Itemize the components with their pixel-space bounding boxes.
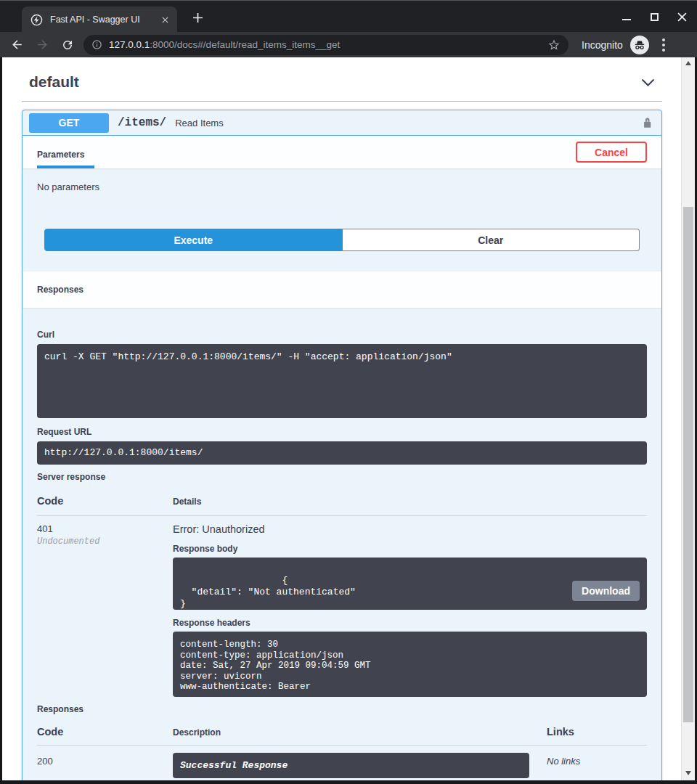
response-headers-label: Response headers: [173, 618, 647, 628]
url-path: :8000/docs#/default/read_items_items__ge…: [150, 39, 340, 50]
execute-button[interactable]: Execute: [44, 229, 343, 251]
code-column-header: Code: [37, 495, 173, 507]
incognito-label: Incognito: [582, 39, 623, 51]
code-column-header-2: Code: [37, 726, 173, 738]
close-window-icon[interactable]: [677, 12, 687, 22]
scrollbar-thumb[interactable]: [683, 207, 693, 722]
url-host: 127.0.0.1: [109, 39, 150, 50]
page-viewport: default GET /items/ Read Items: [2, 57, 695, 780]
response-headers-code: content-length: 30 content-type: applica…: [173, 632, 647, 697]
curl-command[interactable]: curl -X GET "http://127.0.0.1:8000/items…: [37, 344, 647, 418]
parameters-header: Parameters Cancel: [23, 136, 661, 168]
browser-tab[interactable]: Fast API - Swagger UI: [22, 7, 177, 33]
responses-section-header: Responses: [23, 271, 661, 308]
server-response-table-head: Code Details: [37, 495, 647, 507]
swagger-page: default GET /items/ Read Items: [2, 57, 681, 780]
back-icon[interactable]: [7, 36, 26, 54]
opblock-header[interactable]: GET /items/ Read Items: [23, 110, 661, 136]
minimize-icon[interactable]: [621, 12, 632, 22]
auth-lock-icon[interactable]: [639, 114, 655, 131]
maximize-icon[interactable]: [649, 12, 659, 22]
tab-parameters[interactable]: Parameters: [37, 150, 94, 168]
divider: [37, 745, 647, 746]
download-button[interactable]: Download: [572, 581, 640, 601]
browser-toolbar: 127.0.0.1:8000/docs#/default/read_items_…: [0, 32, 697, 57]
endpoint-path: /items/: [118, 116, 166, 129]
divider: [37, 515, 647, 516]
tab-title: Fast API - Swagger UI: [50, 15, 158, 25]
undocumented-note: Undocumented: [37, 536, 173, 547]
request-url-value: http://127.0.0.1:8000/items/: [37, 441, 647, 465]
reload-icon[interactable]: [58, 36, 77, 54]
tab-close-icon[interactable]: [158, 13, 171, 26]
responses-body: Curl curl -X GET "http://127.0.0.1:8000/…: [23, 308, 661, 780]
server-response-label: Server response: [37, 472, 647, 482]
response-body-label: Response body: [173, 544, 647, 554]
window-controls: [621, 8, 687, 25]
clear-button[interactable]: Clear: [343, 229, 640, 251]
server-response-row: 401 Undocumented Error: Unauthorized Res…: [37, 523, 647, 697]
response-body-code: { "detail": "Not authenticated" } Downlo…: [173, 558, 647, 610]
http-method-badge: GET: [29, 113, 109, 133]
browser-menu-icon[interactable]: [659, 36, 668, 54]
default-section-header[interactable]: default: [22, 68, 662, 102]
parameters-body: No parameters Execute Clear: [23, 168, 661, 271]
description-column-header: Description: [173, 726, 547, 738]
browser-window: Fast API - Swagger UI 127.0.0: [0, 0, 697, 784]
request-url-label: Request URL: [37, 427, 647, 437]
chevron-down-icon[interactable]: [641, 78, 655, 86]
no-links-text: No links: [547, 753, 580, 778]
status-code-401: 401: [37, 523, 173, 534]
tab-strip: Fast API - Swagger UI: [0, 0, 697, 32]
bookmark-star-icon[interactable]: [547, 38, 561, 52]
curl-label: Curl: [37, 330, 647, 340]
execute-button-group: Execute Clear: [44, 229, 640, 251]
endpoint-summary: Read Items: [175, 118, 639, 128]
opblock-get-items: GET /items/ Read Items Parameters: [22, 110, 662, 780]
responses-table-head: Code Description Links: [37, 726, 647, 738]
links-column-header: Links: [547, 726, 574, 738]
status-code-200: 200: [37, 753, 173, 778]
incognito-icon: [630, 36, 649, 54]
scroll-down-icon[interactable]: [685, 771, 691, 775]
forward-icon[interactable]: [33, 36, 52, 54]
no-parameters-text: No parameters: [37, 181, 647, 192]
responses-section-title: Responses: [37, 285, 83, 295]
documented-responses-label: Responses: [37, 704, 647, 714]
address-bar[interactable]: 127.0.0.1:8000/docs#/default/read_items_…: [83, 35, 568, 55]
new-tab-icon[interactable]: [190, 10, 205, 25]
scrollbar[interactable]: [681, 57, 695, 780]
details-column-header: Details: [173, 495, 201, 507]
url-text[interactable]: 127.0.0.1:8000/docs#/default/read_items_…: [109, 39, 547, 50]
response-body-json: { "detail": "Not authenticated" }: [180, 575, 356, 609]
table-row-200: 200 Successful Response No links: [37, 753, 647, 778]
page-info-icon[interactable]: [91, 39, 102, 50]
cancel-button[interactable]: Cancel: [576, 142, 647, 163]
section-title: default: [29, 73, 79, 91]
response-description-block: Successful Response: [173, 753, 529, 778]
error-description: Error: Unauthorized: [173, 523, 647, 535]
scroll-up-icon[interactable]: [685, 61, 691, 65]
fastapi-favicon-icon: [30, 14, 43, 26]
